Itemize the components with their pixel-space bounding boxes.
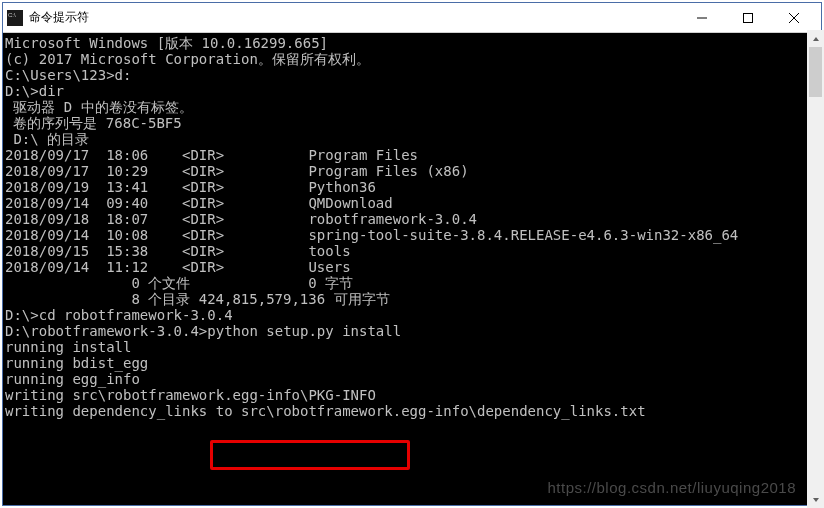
scroll-down-button[interactable] [807, 491, 824, 508]
command-prompt-window: 命令提示符 Microsoft Windows [版本 10.0.16299.6… [2, 2, 822, 506]
terminal-output[interactable]: Microsoft Windows [版本 10.0.16299.665](c)… [3, 33, 821, 505]
terminal-line: 2018/09/15 15:38 <DIR> tools [5, 243, 821, 259]
terminal-line: C:\Users\123>d: [5, 67, 821, 83]
vertical-scrollbar[interactable] [807, 30, 824, 508]
close-button[interactable] [771, 4, 817, 32]
window-title: 命令提示符 [29, 9, 679, 26]
terminal-line: running bdist_egg [5, 355, 821, 371]
window-controls [679, 4, 817, 32]
terminal-line: 卷的序列号是 768C-5BF5 [5, 115, 821, 131]
terminal-line: D:\robotframework-3.0.4>python setup.py … [5, 323, 821, 339]
terminal-line: running install [5, 339, 821, 355]
terminal-line: 2018/09/17 10:29 <DIR> Program Files (x8… [5, 163, 821, 179]
terminal-line: Microsoft Windows [版本 10.0.16299.665] [5, 35, 821, 51]
terminal-line: 2018/09/18 18:07 <DIR> robotframework-3.… [5, 211, 821, 227]
terminal-line: 驱动器 D 中的卷没有标签。 [5, 99, 821, 115]
terminal-line: 2018/09/19 13:41 <DIR> Python36 [5, 179, 821, 195]
svg-rect-1 [744, 13, 753, 22]
terminal-line: 8 个目录 424,815,579,136 可用字节 [5, 291, 821, 307]
terminal-line: D:\ 的目录 [5, 131, 821, 147]
minimize-button[interactable] [679, 4, 725, 32]
terminal-line: 2018/09/14 10:08 <DIR> spring-tool-suite… [5, 227, 821, 243]
terminal-line: 2018/09/14 11:12 <DIR> Users [5, 259, 821, 275]
terminal-line: 0 个文件 0 字节 [5, 275, 821, 291]
maximize-button[interactable] [725, 4, 771, 32]
terminal-line: 2018/09/14 09:40 <DIR> QMDownload [5, 195, 821, 211]
scroll-thumb[interactable] [809, 47, 822, 97]
terminal-line: 2018/09/17 18:06 <DIR> Program Files [5, 147, 821, 163]
terminal-line: writing dependency_links to src\robotfra… [5, 403, 821, 419]
terminal-line: running egg_info [5, 371, 821, 387]
terminal-line: D:\>dir [5, 83, 821, 99]
terminal-line: writing src\robotframework.egg-info\PKG-… [5, 387, 821, 403]
scroll-up-button[interactable] [807, 30, 824, 47]
terminal-line: D:\>cd robotframework-3.0.4 [5, 307, 821, 323]
cmd-icon [7, 10, 23, 26]
titlebar[interactable]: 命令提示符 [3, 3, 821, 33]
terminal-line: (c) 2017 Microsoft Corporation。保留所有权利。 [5, 51, 821, 67]
